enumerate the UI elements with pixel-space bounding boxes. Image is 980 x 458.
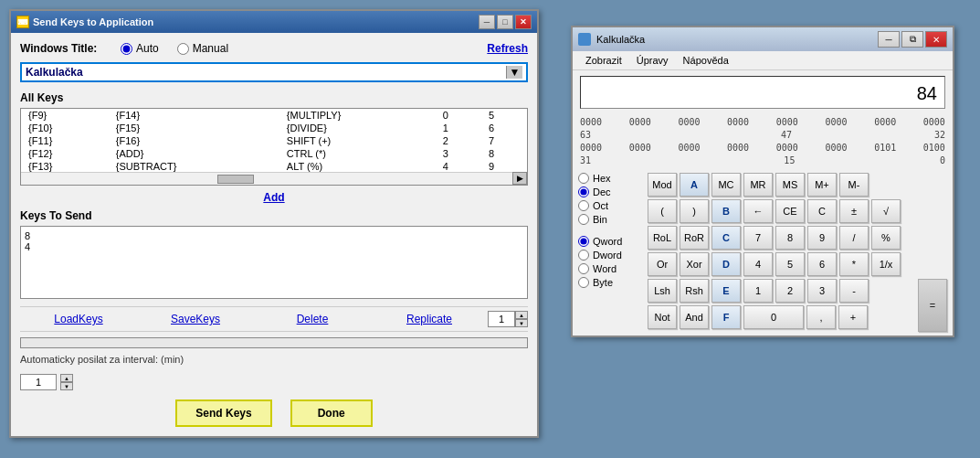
auto-radio[interactable] — [121, 43, 132, 55]
d-button[interactable]: D — [711, 252, 741, 276]
6-button[interactable]: 6 — [807, 252, 837, 276]
key-cell[interactable]: {F11} — [21, 134, 109, 147]
rsh-button[interactable]: Rsh — [680, 279, 709, 303]
dec-radio-label[interactable]: Dec — [578, 186, 642, 197]
9-button[interactable]: 9 — [807, 226, 837, 250]
interval-up[interactable]: ▲ — [60, 374, 73, 382]
save-keys-link[interactable]: SaveKeys — [137, 313, 254, 325]
horizontal-scrollbar[interactable] — [21, 172, 512, 185]
mc-button[interactable]: MC — [711, 173, 741, 197]
mplus-button[interactable]: M+ — [807, 173, 837, 197]
8-button[interactable]: 8 — [775, 226, 805, 250]
oct-radio-label[interactable]: Oct — [578, 200, 642, 211]
bin-radio[interactable] — [578, 214, 589, 225]
key-cell[interactable]: 1 — [436, 122, 481, 134]
qword-radio[interactable] — [578, 236, 589, 247]
key-cell[interactable]: {F9} — [21, 109, 109, 122]
menu-upravy[interactable]: Úpravy — [629, 53, 676, 68]
dec-radio[interactable] — [578, 186, 589, 197]
key-cell[interactable]: 8 — [481, 147, 527, 160]
key-cell[interactable]: {F10} — [21, 122, 109, 134]
lparen-button[interactable]: ( — [648, 199, 677, 223]
5-button[interactable]: 5 — [775, 252, 805, 276]
title-dropdown[interactable]: Kalkulačka ▼ — [20, 62, 528, 82]
minus-button[interactable]: - — [839, 279, 869, 303]
key-cell[interactable]: {ADD} — [109, 147, 279, 160]
calc-restore-button[interactable]: ⧉ — [901, 31, 923, 48]
sqrt-button[interactable]: √ — [871, 199, 901, 223]
key-cell[interactable]: 5 — [481, 109, 527, 122]
replicate-input[interactable] — [488, 311, 515, 327]
interval-input[interactable] — [20, 374, 57, 390]
keys-to-send-area[interactable]: 84 — [20, 226, 528, 299]
equals-button[interactable]: = — [918, 279, 947, 332]
not-button[interactable]: Not — [648, 305, 677, 329]
lsh-button[interactable]: Lsh — [648, 279, 677, 303]
spinner-up[interactable]: ▲ — [515, 311, 528, 319]
scrollbar-right-btn[interactable]: ▶ — [512, 172, 527, 185]
and-button[interactable]: And — [680, 305, 709, 329]
hex-radio[interactable] — [578, 173, 589, 184]
calc-minimize-button[interactable]: ─ — [878, 31, 900, 48]
a-button[interactable]: A — [680, 173, 709, 197]
scrollbar-thumb[interactable] — [217, 175, 254, 184]
word-radio-label[interactable]: Word — [578, 263, 642, 274]
maximize-button[interactable]: □ — [497, 15, 513, 29]
key-cell[interactable]: 9 — [481, 160, 527, 173]
key-cell[interactable]: {F12} — [21, 147, 109, 160]
xor-button[interactable]: Xor — [680, 252, 709, 276]
key-cell[interactable]: {MULTIPLY} — [279, 109, 436, 122]
calc-close-button[interactable]: ✕ — [925, 31, 947, 48]
hex-radio-label[interactable]: Hex — [578, 173, 642, 184]
plusminus-button[interactable]: ± — [839, 199, 869, 223]
key-cell[interactable]: 0 — [436, 109, 481, 122]
load-keys-link[interactable]: LoadKeys — [20, 313, 137, 325]
1-button[interactable]: 1 — [743, 279, 773, 303]
spinner-down[interactable]: ▼ — [515, 319, 528, 327]
send-keys-button[interactable]: Send Keys — [175, 399, 271, 427]
key-cell[interactable]: {F14} — [109, 109, 279, 122]
key-cell[interactable]: {F13} — [21, 160, 109, 173]
oct-radio[interactable] — [578, 200, 589, 211]
mminus-button[interactable]: M- — [839, 173, 869, 197]
key-cell[interactable]: 6 — [481, 122, 527, 134]
menu-napoveda[interactable]: Nápověda — [676, 53, 736, 68]
manual-radio-label[interactable]: Manual — [177, 42, 228, 55]
divide-button[interactable]: / — [839, 226, 869, 250]
delete-link[interactable]: Delete — [254, 313, 371, 325]
key-cell[interactable]: 4 — [436, 160, 481, 173]
percent-button[interactable]: % — [871, 226, 901, 250]
ror-button[interactable]: RoR — [680, 226, 709, 250]
key-cell[interactable]: ALT (%) — [279, 160, 436, 173]
2-button[interactable]: 2 — [775, 279, 805, 303]
key-cell[interactable]: {DIVIDE} — [279, 122, 436, 134]
dword-radio-label[interactable]: Dword — [578, 250, 642, 261]
manual-radio[interactable] — [177, 43, 189, 55]
key-cell[interactable]: {SUBTRACT} — [109, 160, 279, 173]
mr-button[interactable]: MR — [743, 173, 773, 197]
reciprocal-button[interactable]: 1/x — [871, 252, 901, 276]
or-button[interactable]: Or — [648, 252, 677, 276]
c-hex-button[interactable]: C — [711, 226, 741, 250]
key-cell[interactable]: {F15} — [109, 122, 279, 134]
e-button[interactable]: E — [711, 279, 741, 303]
close-button[interactable]: ✕ — [515, 15, 532, 29]
c-button[interactable]: C — [807, 199, 837, 223]
qword-radio-label[interactable]: Qword — [578, 236, 642, 247]
mod-button[interactable]: Mod — [648, 173, 677, 197]
replicate-link[interactable]: Replicate — [371, 313, 488, 325]
word-radio[interactable] — [578, 263, 589, 274]
menu-zobrazit[interactable]: Zobrazit — [578, 53, 629, 68]
done-button[interactable]: Done — [290, 399, 373, 427]
multiply-button[interactable]: * — [839, 252, 869, 276]
f-button[interactable]: F — [711, 305, 741, 329]
backspace-button[interactable]: ← — [743, 199, 773, 223]
minimize-button[interactable]: ─ — [479, 15, 495, 29]
ce-button[interactable]: CE — [775, 199, 805, 223]
7-button[interactable]: 7 — [743, 226, 773, 250]
dropdown-arrow[interactable]: ▼ — [506, 66, 522, 79]
interval-down[interactable]: ▼ — [60, 382, 73, 390]
rparen-button[interactable]: ) — [680, 199, 709, 223]
comma-button[interactable]: , — [806, 305, 836, 329]
key-cell[interactable]: CTRL (*) — [279, 147, 436, 160]
